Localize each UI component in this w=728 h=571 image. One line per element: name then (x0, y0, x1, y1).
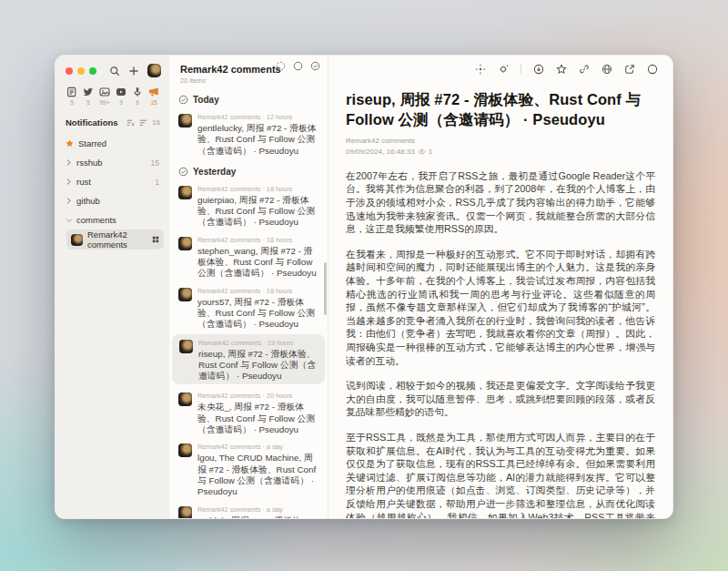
scrollbar-thumb[interactable] (324, 262, 327, 315)
feed-label: github (76, 196, 100, 206)
copy-link-icon[interactable] (579, 64, 590, 75)
list-item[interactable]: Remark42 comments · a day lgou, The CRUD… (169, 437, 328, 499)
tab-pictures[interactable]: 99+ (97, 87, 112, 106)
more-circle-icon[interactable] (647, 64, 658, 75)
tab-audio[interactable]: 6 (130, 87, 145, 106)
tab-count: 5 (86, 99, 90, 106)
twitter-bird-icon (83, 87, 94, 97)
add-subscription-icon[interactable] (128, 66, 139, 76)
sidebar-item-github[interactable]: github (61, 191, 164, 210)
feed-label: rust (76, 177, 91, 187)
ai-summary-icon[interactable] (498, 64, 509, 75)
entry-meta: Remark42 comments · 20 hours (197, 392, 318, 400)
group-label: Yesterday (193, 167, 236, 177)
window-controls[interactable] (66, 67, 96, 75)
group-label: Today (193, 95, 219, 105)
tab-articles[interactable]: 5 (65, 87, 79, 106)
group-order-icon[interactable] (126, 118, 135, 127)
article-timestamp-row: 09/09/2024, 16:48:33 1 (346, 148, 655, 156)
tab-count: 6 (136, 99, 139, 106)
readability-icon[interactable] (475, 64, 486, 75)
list-item[interactable]: Remark42 comments · a day cyddgh, 周报 #72… (169, 500, 328, 518)
unread-filter-icon[interactable] (139, 118, 147, 127)
article-paragraph: 说到阅读，相较于如今的视频，我还是更偏爱文字。文字阅读给予我更大的自由度，我可以… (346, 379, 655, 419)
unread-total: 16 (152, 118, 160, 127)
chevron-right-icon (66, 197, 73, 205)
article-meta: Remark42 comments 09/09/2024, 16:48:33 1 (346, 137, 655, 156)
sidebar-item-starred[interactable]: Starred (61, 134, 164, 153)
list-item-selected[interactable]: Remark42 comments · 19 hours riseup, 周报 … (172, 334, 325, 385)
tab-count: 9 (119, 99, 123, 106)
article-feed-name: Remark42 comments (346, 137, 655, 145)
entry-avatar (178, 506, 192, 518)
list-item[interactable]: Remark42 comments · 12 hours gentlelucky… (169, 107, 328, 158)
zoom-window-button[interactable] (89, 67, 96, 75)
list-item[interactable]: Remark42 comments · 18 hours stephen_wan… (169, 230, 328, 281)
unread-only-toggle-icon[interactable] (276, 61, 286, 71)
chevron-right-icon (66, 158, 73, 167)
sidebar-item-remark42-comments[interactable]: Remark42 comments (66, 229, 164, 250)
group-header-today: Today (169, 87, 328, 107)
article-title: riseup, 周报 #72 - 滑板体验、Rust Conf 与 Follow… (346, 90, 655, 130)
tab-notifications[interactable]: 15 (147, 87, 161, 106)
list-item[interactable]: Remark42 comments · 20 hours 未央花_, 周报 #7… (169, 386, 328, 437)
share-icon[interactable] (624, 64, 635, 75)
sidebar-item-rust[interactable]: rust 1 (61, 172, 164, 191)
feed-label: Starred (78, 138, 106, 148)
entry-meta: Remark42 comments · 18 hours (197, 236, 318, 244)
entry-meta: Remark42 comments · a day (197, 443, 318, 451)
entry-title: riseup, 周报 #72 - 滑板体验、Rust Conf 与 Follow… (198, 349, 318, 382)
entry-meta: Remark42 comments · 18 hours (197, 185, 318, 193)
entry-meta: Remark42 comments · 18 hours (197, 287, 318, 295)
user-avatar[interactable] (147, 64, 161, 77)
list-item-count: 20 items (180, 76, 318, 85)
minimize-window-button[interactable] (77, 67, 85, 75)
sidebar-item-comments[interactable]: comments (61, 210, 164, 229)
tab-social-media[interactable]: 5 (81, 87, 96, 106)
entry-avatar (178, 288, 192, 301)
check-circle-icon[interactable] (178, 95, 188, 105)
article-content: 在2007年左右，我开启了RSS之旅，最初是通过Google Reader这个平… (346, 169, 655, 518)
entry-list-actions (276, 61, 320, 71)
feed-badge-icon (152, 236, 159, 243)
entry-list-pane: Remark42 comments 20 items Today Remark4… (169, 56, 329, 518)
entry-meta: Remark42 comments · a day (197, 505, 318, 514)
entry-title: lgou, The CRUD Machine, 周报 #72 - 滑板体验、Ru… (197, 453, 318, 497)
list-item[interactable]: Remark42 comments · 18 hours guierpiao, … (169, 179, 328, 230)
entry-list-header: Remark42 comments 20 items (169, 56, 328, 87)
sidebar-item-rsshub[interactable]: rsshub 15 (61, 153, 164, 172)
entry-title: yours57, 周报 #72 - 滑板体验、Rust Conf 与 Follo… (197, 297, 318, 331)
app-window: 5 5 99+ 9 6 15 Notifi (55, 55, 673, 519)
star-outline-icon[interactable] (556, 64, 567, 75)
entry-avatar (179, 340, 193, 353)
feed-count: 15 (151, 158, 159, 168)
article-paragraph: 在2007年左右，我开启了RSS之旅，最初是通过Google Reader这个平… (346, 169, 655, 236)
entry-avatar (178, 114, 192, 127)
article-timestamp: 09/09/2024, 16:48:33 (346, 148, 415, 156)
feed-list: Starred rsshub 15 rust 1 github comments (56, 132, 169, 251)
check-circle-icon[interactable] (178, 167, 188, 177)
reader-toolbar (329, 56, 672, 76)
tab-videos[interactable]: 9 (114, 87, 128, 106)
entry-avatar (178, 393, 192, 406)
feed-label: rsshub (76, 158, 103, 168)
chevron-right-icon (66, 178, 73, 186)
chevron-down-icon (66, 217, 73, 224)
views-eye-icon (418, 148, 426, 156)
tab-count: 15 (150, 99, 157, 106)
feed-count: 1 (155, 178, 159, 187)
toolbar-divider (521, 64, 521, 75)
entry-meta: Remark42 comments · 12 hours (197, 113, 318, 121)
open-in-browser-globe-icon[interactable] (602, 64, 612, 75)
mark-all-read-icon[interactable] (310, 61, 320, 71)
mark-read-circle-icon[interactable] (533, 64, 544, 75)
feed-label: Remark42 comments (87, 229, 148, 250)
sidebar: 5 5 99+ 9 6 15 Notifi (56, 56, 169, 518)
article-paragraph: 在我看来，周报是一种极好的互动形式。它不同于即时对话，却拥有跨越时间和空间的魔力… (346, 248, 655, 367)
search-icon[interactable] (109, 66, 120, 76)
sidebar-section-header: Notifications 16 (56, 106, 169, 132)
close-window-button[interactable] (66, 67, 73, 75)
list-item[interactable]: Remark42 comments · 18 hours yours57, 周报… (169, 281, 328, 332)
refresh-icon[interactable] (293, 61, 303, 71)
sidebar-top-bar (56, 56, 169, 77)
